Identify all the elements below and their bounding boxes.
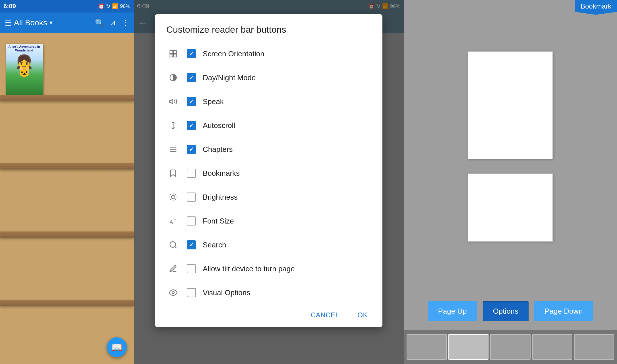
speak-icon <box>166 95 180 108</box>
shelf-row-4 <box>0 243 134 306</box>
speak-checkbox[interactable] <box>187 97 196 106</box>
svg-marker-5 <box>170 99 173 104</box>
filter-icon[interactable]: ⊿ <box>110 18 116 27</box>
option-row-search[interactable]: Search <box>155 233 382 257</box>
option-row-chapters[interactable]: Chapters <box>155 137 382 161</box>
dialog-overlay: Customize reader bar buttons Screen Orie… <box>134 0 404 364</box>
bottom-thumbnails <box>404 330 617 364</box>
reader-content <box>404 0 617 293</box>
search-label: Search <box>203 241 226 249</box>
bookmarks-checkbox[interactable] <box>187 169 196 178</box>
battery-icon: 96% <box>120 3 130 9</box>
day-night-mode-label: Day/Night Mode <box>203 73 256 82</box>
sync-icon: ↻ <box>106 3 110 9</box>
dropdown-icon[interactable]: ▾ <box>49 19 53 26</box>
svg-point-9 <box>171 195 175 199</box>
option-row-bookmarks[interactable]: Bookmarks <box>155 161 382 185</box>
day-night-mode-checkbox[interactable] <box>187 73 196 82</box>
dialog-actions: CANCEL OK <box>155 303 382 327</box>
book-title: Alice's Adventures in Wonderland <box>6 44 43 52</box>
page-up-button[interactable]: Page Up <box>428 301 477 321</box>
shelf-board-1 <box>0 95 134 101</box>
svg-line-16 <box>170 199 171 200</box>
option-row-day-night-mode[interactable]: Day/Night Mode <box>155 66 382 90</box>
time-left: 6:09 <box>3 3 16 10</box>
signal-icon: 📶 <box>112 3 118 9</box>
app-bar-icons: 🔍 ⊿ ⋮ <box>95 18 129 27</box>
book-cover-alice[interactable]: Alice's Adventures in Wonderland 👧 🐱 <box>6 44 43 95</box>
option-row-screen-orientation[interactable]: Screen Orientation <box>155 42 382 66</box>
svg-point-22 <box>172 291 174 294</box>
tilt-icon <box>166 262 180 276</box>
svg-line-13 <box>175 199 176 200</box>
search-checkbox[interactable] <box>187 240 196 249</box>
visual-options-label: Visual Options <box>203 288 250 297</box>
thumbnail-5[interactable] <box>574 334 614 360</box>
autoscroll-checkbox[interactable] <box>187 121 196 130</box>
autoscroll-icon <box>166 119 180 132</box>
book-page-preview-2 <box>468 173 553 242</box>
svg-rect-2 <box>170 54 173 57</box>
left-panel: 6:09 ⏰ ↻ 📶 96% ☰ All Books ▾ 🔍 ⊿ ⋮ Alice… <box>0 0 134 364</box>
dialog: Customize reader bar buttons Screen Orie… <box>155 14 382 327</box>
app-bar-title: ☰ All Books ▾ <box>5 18 90 28</box>
alarm-icon: ⏰ <box>98 3 104 9</box>
option-row-brightness[interactable]: Brightness <box>155 185 382 209</box>
hamburger-icon[interactable]: ☰ <box>5 18 12 28</box>
day-night-mode-icon <box>166 71 180 84</box>
middle-panel: 6:09 ⏰ ↻ 📶 96% ← Customize reader bar bu… <box>134 0 404 364</box>
svg-line-12 <box>170 194 171 195</box>
shelf-row-2 <box>0 107 134 169</box>
tilt-checkbox[interactable] <box>187 264 196 273</box>
font-size-icon: A+ <box>166 214 180 228</box>
shelf-board-2 <box>0 163 134 169</box>
thumbnail-4[interactable] <box>532 334 572 360</box>
option-row-speak[interactable]: Speak <box>155 90 382 113</box>
chapters-icon <box>166 142 180 156</box>
status-icons-left: ⏰ ↻ 📶 96% <box>98 3 130 9</box>
more-icon[interactable]: ⋮ <box>122 18 129 27</box>
app-title: All Books <box>14 18 47 27</box>
search-icon <box>166 238 180 252</box>
cancel-button[interactable]: CANCEL <box>303 308 347 322</box>
screen-orientation-label: Screen Orientation <box>203 49 264 58</box>
option-row-font-size[interactable]: A+Font Size <box>155 209 382 233</box>
brightness-icon <box>166 190 180 204</box>
thumbnail-2[interactable] <box>448 334 488 360</box>
svg-rect-1 <box>173 51 176 53</box>
bookmarks-icon <box>166 166 180 180</box>
bookmark-tab[interactable]: Bookmark <box>575 0 617 15</box>
fab-icon: 📖 <box>111 342 123 353</box>
visual-options-icon <box>166 286 180 299</box>
tilt-label: Allow tilt device to turn page <box>203 264 295 273</box>
svg-text:+: + <box>174 218 176 222</box>
options-button[interactable]: Options <box>483 301 529 321</box>
book-page-preview <box>468 51 553 159</box>
thumbnail-3[interactable] <box>490 334 530 360</box>
status-bar-left: 6:09 ⏰ ↻ 📶 96% <box>0 0 134 13</box>
chapters-label: Chapters <box>203 145 233 154</box>
search-icon[interactable]: 🔍 <box>95 18 104 27</box>
font-size-checkbox[interactable] <box>187 216 196 226</box>
svg-line-17 <box>175 194 176 195</box>
visual-options-checkbox[interactable] <box>187 288 196 297</box>
ok-button[interactable]: OK <box>349 308 376 322</box>
svg-rect-0 <box>170 51 173 53</box>
bookmarks-label: Bookmarks <box>203 169 240 178</box>
brightness-checkbox[interactable] <box>187 193 196 202</box>
screen-orientation-icon <box>166 47 180 61</box>
fab-button[interactable]: 📖 <box>107 337 127 357</box>
option-row-visual-options[interactable]: Visual Options <box>155 281 382 303</box>
thumbnail-1[interactable] <box>407 334 447 360</box>
chapters-checkbox[interactable] <box>187 145 196 154</box>
shelf-row-3 <box>0 175 134 238</box>
screen-orientation-checkbox[interactable] <box>187 49 196 58</box>
svg-rect-3 <box>173 54 176 57</box>
page-down-button[interactable]: Page Down <box>534 301 593 321</box>
shelf-row-1: Alice's Adventures in Wonderland 👧 🐱 <box>0 39 134 101</box>
option-row-tilt[interactable]: Allow tilt device to turn page <box>155 257 382 281</box>
speak-label: Speak <box>203 97 224 106</box>
option-row-autoscroll[interactable]: Autoscroll <box>155 113 382 137</box>
autoscroll-label: Autoscroll <box>203 121 235 130</box>
dialog-title: Customize reader bar buttons <box>155 14 382 42</box>
